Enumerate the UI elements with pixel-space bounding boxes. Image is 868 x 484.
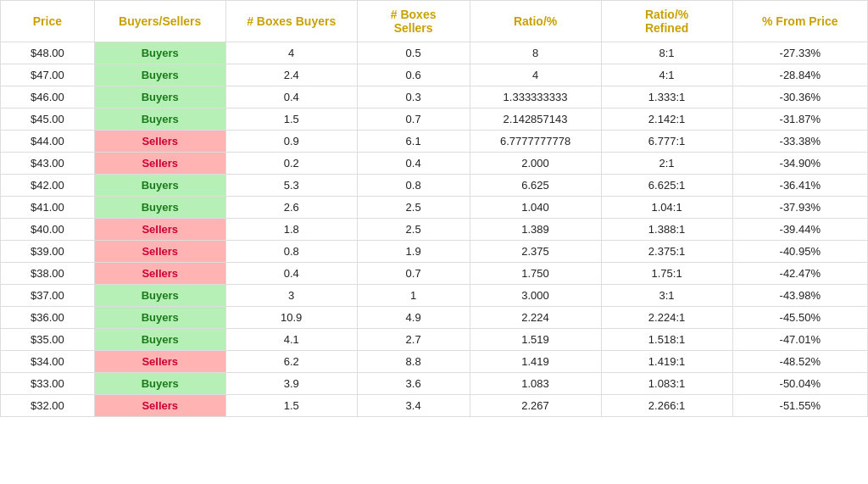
cell-ratio: 8	[470, 42, 601, 64]
cell-ratio-refined: 1.04:1	[601, 197, 732, 219]
cell-from-price: -31.87%	[732, 108, 867, 131]
table-row: $37.00Buyers313.0003:1-43.98%	[1, 285, 868, 307]
cell-type: Sellers	[94, 395, 225, 417]
cell-price: $36.00	[1, 307, 95, 329]
cell-from-price: -30.36%	[732, 86, 867, 108]
table-row: $44.00Sellers0.96.16.77777777786.777:1-3…	[1, 131, 868, 153]
cell-boxes-sellers: 3.4	[357, 395, 470, 417]
cell-boxes-sellers: 2.5	[357, 197, 470, 219]
cell-type: Buyers	[94, 197, 225, 219]
cell-from-price: -37.93%	[732, 197, 867, 219]
cell-ratio: 6.625	[470, 175, 601, 197]
cell-price: $35.00	[1, 329, 95, 351]
cell-price: $38.00	[1, 263, 95, 285]
cell-boxes-buyers: 3.9	[225, 373, 357, 395]
cell-boxes-buyers: 0.8	[225, 241, 357, 263]
cell-type: Sellers	[94, 131, 225, 153]
cell-ratio: 1.519	[470, 329, 601, 351]
cell-boxes-buyers: 0.4	[225, 263, 357, 285]
cell-boxes-sellers: 3.6	[357, 373, 470, 395]
cell-ratio: 2.000	[470, 153, 601, 175]
table-row: $39.00Sellers0.81.92.3752.375:1-40.95%	[1, 241, 868, 263]
table-row: $41.00Buyers2.62.51.0401.04:1-37.93%	[1, 197, 868, 219]
col-header-from-price: % From Price	[732, 1, 867, 42]
table-row: $47.00Buyers2.40.644:1-28.84%	[1, 64, 868, 86]
table-row: $45.00Buyers1.50.72.1428571432.142:1-31.…	[1, 108, 868, 131]
cell-price: $45.00	[1, 108, 95, 131]
cell-type: Buyers	[94, 285, 225, 307]
cell-ratio-refined: 2.375:1	[601, 241, 732, 263]
cell-boxes-sellers: 1	[357, 285, 470, 307]
col-header-boxes-buyers: # Boxes Buyers	[225, 1, 357, 42]
cell-from-price: -42.47%	[732, 263, 867, 285]
table-row: $38.00Sellers0.40.71.7501.75:1-42.47%	[1, 263, 868, 285]
cell-price: $32.00	[1, 395, 95, 417]
cell-ratio: 2.142857143	[470, 108, 601, 131]
cell-price: $39.00	[1, 241, 95, 263]
cell-boxes-buyers: 2.4	[225, 64, 357, 86]
cell-boxes-buyers: 4	[225, 42, 357, 64]
cell-price: $41.00	[1, 197, 95, 219]
cell-ratio: 2.375	[470, 241, 601, 263]
cell-from-price: -36.41%	[732, 175, 867, 197]
cell-boxes-sellers: 0.7	[357, 263, 470, 285]
cell-from-price: -27.33%	[732, 42, 867, 64]
cell-boxes-buyers: 6.2	[225, 351, 357, 373]
cell-boxes-buyers: 2.6	[225, 197, 357, 219]
cell-type: Sellers	[94, 351, 225, 373]
cell-price: $48.00	[1, 42, 95, 64]
cell-from-price: -48.52%	[732, 351, 867, 373]
cell-boxes-buyers: 4.1	[225, 329, 357, 351]
cell-type: Sellers	[94, 241, 225, 263]
cell-ratio: 1.389	[470, 219, 601, 241]
cell-boxes-sellers: 0.8	[357, 175, 470, 197]
cell-price: $42.00	[1, 175, 95, 197]
price-table: Price Buyers/Sellers # Boxes Buyers # Bo…	[0, 0, 868, 417]
cell-ratio: 1.419	[470, 351, 601, 373]
cell-boxes-sellers: 6.1	[357, 131, 470, 153]
cell-price: $47.00	[1, 64, 95, 86]
col-header-boxes-sellers: # Boxes Sellers	[357, 1, 470, 42]
table-row: $48.00Buyers40.588:1-27.33%	[1, 42, 868, 64]
cell-ratio-refined: 8:1	[601, 42, 732, 64]
cell-boxes-sellers: 0.5	[357, 42, 470, 64]
table-row: $34.00Sellers6.28.81.4191.419:1-48.52%	[1, 351, 868, 373]
cell-boxes-buyers: 1.5	[225, 395, 357, 417]
table-row: $46.00Buyers0.40.31.3333333331.333:1-30.…	[1, 86, 868, 108]
cell-from-price: -33.38%	[732, 131, 867, 153]
cell-ratio-refined: 2.266:1	[601, 395, 732, 417]
cell-price: $33.00	[1, 373, 95, 395]
cell-boxes-sellers: 0.3	[357, 86, 470, 108]
cell-type: Buyers	[94, 307, 225, 329]
cell-ratio-refined: 2:1	[601, 153, 732, 175]
table-row: $43.00Sellers0.20.42.0002:1-34.90%	[1, 153, 868, 175]
cell-ratio-refined: 6.625:1	[601, 175, 732, 197]
cell-from-price: -47.01%	[732, 329, 867, 351]
cell-from-price: -40.95%	[732, 241, 867, 263]
cell-ratio-refined: 4:1	[601, 64, 732, 86]
cell-boxes-sellers: 2.7	[357, 329, 470, 351]
cell-type: Buyers	[94, 108, 225, 131]
cell-boxes-buyers: 3	[225, 285, 357, 307]
cell-boxes-buyers: 0.2	[225, 153, 357, 175]
cell-ratio-refined: 1.75:1	[601, 263, 732, 285]
cell-price: $46.00	[1, 86, 95, 108]
cell-ratio-refined: 2.142:1	[601, 108, 732, 131]
cell-ratio-refined: 3:1	[601, 285, 732, 307]
cell-type: Buyers	[94, 64, 225, 86]
col-header-price: Price	[1, 1, 95, 42]
table-header-row: Price Buyers/Sellers # Boxes Buyers # Bo…	[1, 1, 868, 42]
cell-ratio: 1.040	[470, 197, 601, 219]
cell-price: $40.00	[1, 219, 95, 241]
cell-boxes-sellers: 0.7	[357, 108, 470, 131]
cell-boxes-sellers: 4.9	[357, 307, 470, 329]
cell-boxes-buyers: 10.9	[225, 307, 357, 329]
cell-type: Buyers	[94, 329, 225, 351]
cell-type: Sellers	[94, 219, 225, 241]
table-row: $36.00Buyers10.94.92.2242.224:1-45.50%	[1, 307, 868, 329]
col-header-buyers-sellers: Buyers/Sellers	[94, 1, 225, 42]
cell-price: $34.00	[1, 351, 95, 373]
cell-from-price: -50.04%	[732, 373, 867, 395]
cell-ratio: 4	[470, 64, 601, 86]
cell-boxes-sellers: 1.9	[357, 241, 470, 263]
